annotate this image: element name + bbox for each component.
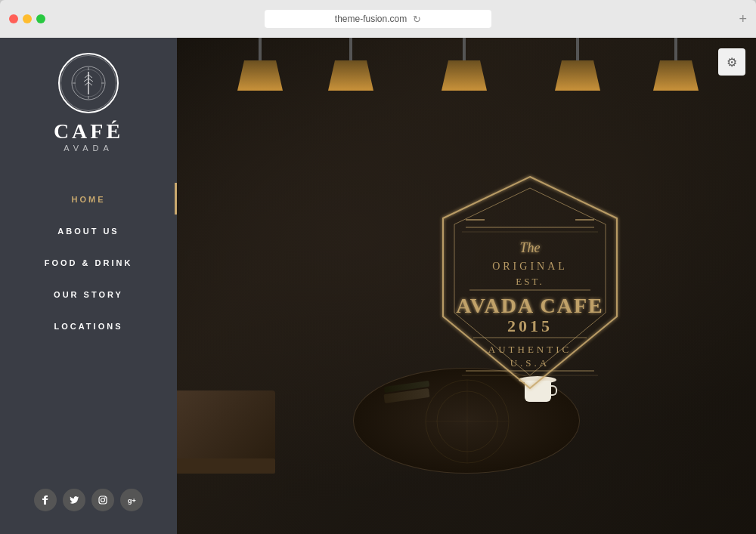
chair-back bbox=[177, 390, 275, 458]
refresh-icon[interactable]: ↻ bbox=[413, 14, 421, 25]
logo-inner bbox=[60, 55, 116, 111]
svg-text:U.S.A: U.S.A bbox=[510, 357, 550, 369]
logo-area: CAFÉ AVADA bbox=[54, 53, 123, 153]
logo-circle bbox=[58, 53, 119, 113]
svg-point-14 bbox=[101, 499, 105, 502]
close-button[interactable] bbox=[9, 14, 18, 23]
nav-label-locations: LOCATIONS bbox=[54, 322, 123, 331]
new-tab-button[interactable]: + bbox=[739, 11, 747, 27]
instagram-icon[interactable] bbox=[91, 489, 114, 511]
lamp-3 bbox=[442, 38, 487, 91]
sidebar: CAFÉ AVADA HOME ABOUT US FOOD & DRINK OU… bbox=[0, 38, 177, 534]
cafe-badge-svg: The ORIGINAL EST. AVADA CAFE 2015 AUTHEN… bbox=[424, 165, 636, 407]
svg-text:AVADA CAFE: AVADA CAFE bbox=[456, 294, 604, 317]
cafe-chair bbox=[177, 390, 283, 511]
social-icons: g+ bbox=[0, 489, 177, 511]
nav-label-home: HOME bbox=[72, 195, 106, 204]
nav-label-about: ABOUT US bbox=[57, 227, 119, 236]
svg-line-6 bbox=[88, 79, 93, 82]
sidebar-item-about[interactable]: ABOUT US bbox=[0, 215, 177, 246]
sidebar-item-locations[interactable]: LOCATIONS bbox=[0, 310, 177, 341]
svg-text:EST.: EST. bbox=[516, 276, 544, 287]
svg-text:AUTHENTIC: AUTHENTIC bbox=[488, 344, 572, 355]
sidebar-edge bbox=[177, 38, 179, 534]
lamp-5 bbox=[653, 38, 699, 91]
svg-text:2015: 2015 bbox=[507, 316, 553, 335]
sidebar-item-food[interactable]: FOOD & DRINK bbox=[0, 246, 177, 278]
brand-name: CAFÉ bbox=[54, 121, 123, 142]
svg-point-15 bbox=[104, 497, 106, 499]
lamp-4 bbox=[555, 38, 600, 91]
svg-text:g+: g+ bbox=[128, 497, 136, 505]
gear-icon: ⚙ bbox=[727, 55, 737, 69]
hero-badge: The ORIGINAL EST. AVADA CAFE 2015 AUTHEN… bbox=[424, 165, 636, 407]
minimize-button[interactable] bbox=[23, 14, 32, 23]
main-wrapper: CAFÉ AVADA HOME ABOUT US FOOD & DRINK OU… bbox=[0, 38, 756, 534]
browser-chrome: theme-fusion.com ↻ + bbox=[0, 0, 756, 38]
svg-line-5 bbox=[84, 79, 88, 82]
sidebar-item-home[interactable]: HOME bbox=[0, 183, 177, 215]
hero-section: The ORIGINAL EST. AVADA CAFE 2015 AUTHEN… bbox=[177, 38, 756, 534]
url-text: theme-fusion.com bbox=[335, 14, 407, 24]
twitter-icon[interactable] bbox=[63, 489, 85, 511]
svg-text:The: The bbox=[520, 240, 541, 255]
logo-icon bbox=[70, 64, 107, 102]
lamp-1 bbox=[237, 38, 283, 91]
lamp-2 bbox=[328, 38, 373, 91]
brand-sub: AVADA bbox=[64, 144, 113, 153]
nav-label-food: FOOD & DRINK bbox=[45, 258, 133, 267]
svg-text:ORIGINAL: ORIGINAL bbox=[492, 261, 568, 272]
maximize-button[interactable] bbox=[36, 14, 45, 23]
chair-seat bbox=[177, 458, 275, 474]
traffic-lights bbox=[9, 14, 45, 23]
facebook-icon[interactable] bbox=[34, 489, 57, 511]
address-bar[interactable]: theme-fusion.com ↻ bbox=[265, 10, 491, 28]
sidebar-item-story[interactable]: OUR STORY bbox=[0, 278, 177, 310]
nav-menu: HOME ABOUT US FOOD & DRINK OUR STORY LOC… bbox=[0, 183, 177, 341]
settings-button[interactable]: ⚙ bbox=[718, 48, 745, 76]
nav-label-story: OUR STORY bbox=[54, 290, 123, 299]
googleplus-icon[interactable]: g+ bbox=[120, 489, 143, 511]
